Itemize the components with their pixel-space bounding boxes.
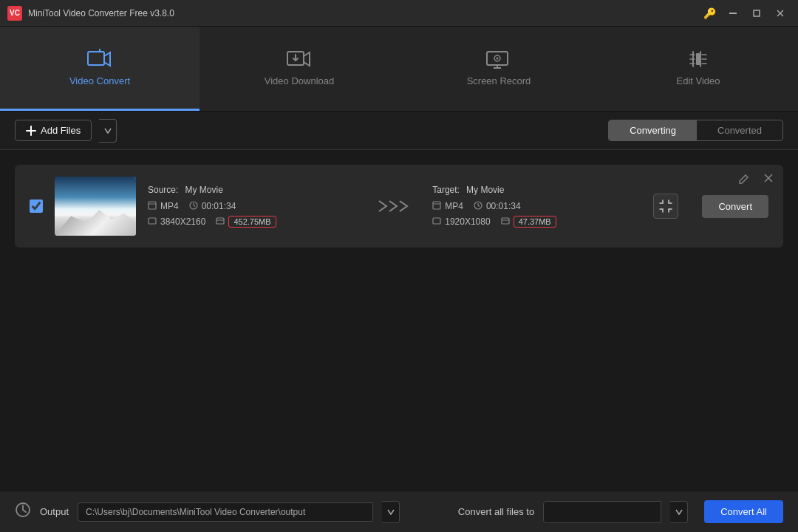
source-specs: MP4 00:01:34 3840X2160: [148, 201, 357, 228]
target-storage-icon: [501, 216, 510, 227]
format-icon: [148, 201, 157, 211]
file-checkbox[interactable]: [30, 200, 43, 213]
toolbar: Add Files Converting Converted: [0, 112, 798, 150]
target-info: Target: My Movie MP4: [432, 185, 641, 228]
thumbnail-mountain: [55, 203, 136, 236]
title-bar: VC MiniTool Video Converter Free v3.8.0 …: [0, 0, 798, 27]
svg-rect-19: [149, 218, 156, 224]
output-path-input[interactable]: C:\Users\bj\Documents\MiniTool Video Con…: [78, 502, 373, 522]
key-button[interactable]: 🔑: [699, 6, 720, 21]
svg-rect-22: [433, 202, 440, 209]
target-specs: MP4 00:01:34 1920X1080: [432, 201, 641, 228]
tab-edit-video-label: Edit Video: [676, 75, 720, 86]
svg-line-18: [194, 205, 195, 207]
edit-video-icon: [686, 49, 711, 69]
converting-converted-switcher: Converting Converted: [608, 120, 783, 141]
resolution-icon: [148, 216, 157, 227]
tab-video-download[interactable]: Video Download: [200, 27, 399, 111]
target-label: Target: My Movie: [432, 185, 641, 195]
source-duration: 00:01:34: [189, 201, 236, 211]
source-spec-row-1: MP4 00:01:34: [148, 201, 357, 211]
bottom-bar: Output C:\Users\bj\Documents\MiniTool Vi…: [0, 491, 798, 532]
minimize-button[interactable]: [723, 6, 743, 21]
source-size: 452.75MB: [216, 216, 276, 228]
target-duration: 00:01:34: [474, 201, 521, 211]
convert-all-button[interactable]: Convert All: [704, 500, 783, 523]
add-icon: [26, 126, 36, 136]
card-edit-button[interactable]: [737, 172, 751, 188]
source-size-value: 452.75MB: [228, 216, 276, 228]
target-spec-row-1: MP4 00:01:34: [432, 201, 641, 211]
source-label: Source: My Movie: [148, 185, 357, 195]
window-controls: 🔑: [699, 6, 791, 21]
app-title: MiniTool Video Converter Free v3.8.0: [28, 8, 699, 18]
svg-rect-28: [502, 218, 509, 224]
target-format: MP4: [432, 201, 463, 211]
app-logo: VC: [7, 6, 22, 21]
convert-all-format-dropdown[interactable]: [670, 501, 688, 523]
target-resolution: 1920X1080: [432, 216, 490, 227]
main-content: Source: My Movie MP4: [0, 150, 798, 491]
chevron-down-icon: [104, 128, 112, 134]
target-format-icon: [432, 201, 441, 211]
output-path-dropdown[interactable]: [382, 501, 400, 523]
video-convert-icon: [87, 49, 112, 69]
add-files-dropdown-button[interactable]: [99, 119, 117, 143]
tab-screen-record[interactable]: Screen Record: [399, 27, 598, 111]
target-clock-icon: [474, 201, 482, 211]
maximize-button[interactable]: [746, 6, 767, 21]
target-size-value: 47.37MB: [514, 216, 556, 228]
target-resolution-icon: [432, 216, 441, 227]
svg-line-26: [478, 205, 480, 207]
top-nav: Video Convert Video Download Screen Reco…: [0, 27, 798, 112]
target-size: 47.37MB: [501, 216, 556, 228]
convert-all-format-input[interactable]: [543, 501, 661, 523]
thumbnail-background: [55, 177, 136, 236]
convert-button[interactable]: Convert: [702, 195, 768, 218]
file-thumbnail: [55, 177, 136, 236]
tab-edit-video[interactable]: Edit Video: [598, 27, 798, 111]
add-files-button[interactable]: Add Files: [15, 120, 92, 141]
svg-rect-20: [216, 218, 224, 224]
clock-icon: [189, 201, 198, 211]
source-info: Source: My Movie MP4: [148, 185, 357, 228]
tab-video-convert[interactable]: Video Convert: [0, 27, 200, 111]
video-download-icon: [287, 49, 312, 69]
svg-rect-0: [729, 13, 737, 14]
svg-rect-11: [696, 53, 700, 65]
source-format: MP4: [148, 201, 179, 211]
svg-line-34: [23, 510, 26, 512]
close-button[interactable]: [770, 6, 791, 21]
tab-screen-record-label: Screen Record: [467, 75, 531, 86]
tab-video-convert-label: Video Convert: [69, 75, 130, 86]
target-spec-row-2: 1920X1080 47.37MB: [432, 216, 641, 228]
card-close-button[interactable]: [764, 172, 773, 185]
svg-rect-1: [754, 10, 760, 16]
storage-icon: [216, 216, 225, 227]
file-card: Source: My Movie MP4: [15, 165, 783, 248]
source-resolution: 3840X2160: [148, 216, 205, 227]
output-label: Output: [40, 506, 69, 517]
converted-tab-button[interactable]: Converted: [697, 120, 782, 140]
svg-rect-14: [149, 202, 156, 209]
crop-edit-button[interactable]: [653, 194, 678, 219]
convert-all-files-to-label: Convert all files to: [458, 506, 534, 517]
converting-tab-button[interactable]: Converting: [609, 120, 697, 140]
source-spec-row-2: 3840X2160 452.75MB: [148, 216, 357, 228]
svg-rect-4: [88, 52, 104, 65]
tab-video-download-label: Video Download: [265, 75, 334, 86]
screen-record-icon: [486, 49, 511, 69]
svg-rect-27: [433, 218, 440, 224]
output-clock-icon: [15, 502, 31, 522]
svg-point-8: [497, 58, 499, 60]
conversion-arrows: [369, 197, 420, 215]
